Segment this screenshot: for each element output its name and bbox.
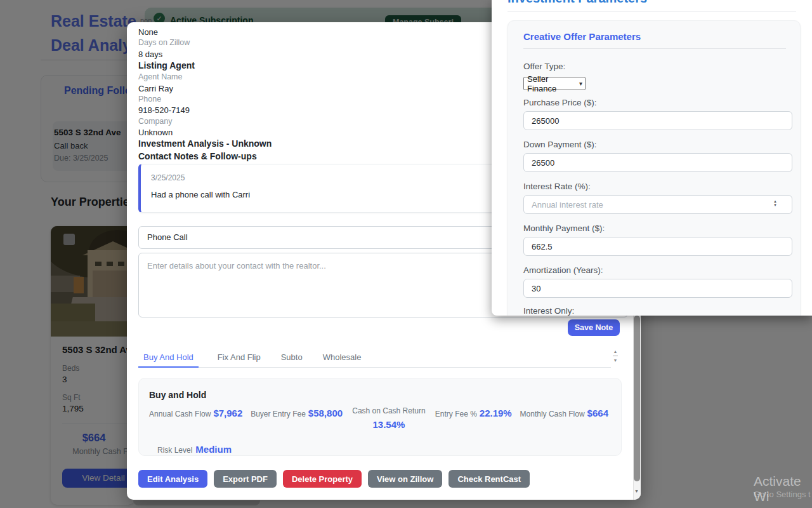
metric-label: Cash on Cash Return bbox=[352, 406, 425, 415]
purchase-price-input[interactable] bbox=[523, 111, 792, 130]
tab-subto[interactable]: Subto bbox=[280, 351, 304, 367]
risk-level-value: Medium bbox=[195, 444, 232, 455]
metric-label: Entry Fee % bbox=[435, 410, 477, 418]
save-note-button[interactable]: Save Note bbox=[568, 319, 620, 336]
modal-action-buttons: Edit Analysis Export PDF Delete Property… bbox=[138, 470, 530, 488]
interest-rate-input[interactable] bbox=[523, 195, 792, 214]
metric-buyer-entry-fee: Buyer Entry Fee$58,800 bbox=[251, 408, 343, 418]
purchase-price-label: Purchase Price ($): bbox=[523, 98, 597, 107]
card-divider bbox=[523, 48, 786, 49]
metric-entry-fee-pct: Entry Fee %22.19% bbox=[435, 408, 512, 418]
input-spinner-icon[interactable]: ▲ ▼ bbox=[773, 199, 777, 207]
offer-type-value: Seller Finance bbox=[527, 74, 579, 93]
investment-parameters-title: Investment Parameters bbox=[508, 0, 647, 6]
metric-cash-on-cash-return: Cash on Cash Return13.54% bbox=[351, 406, 427, 430]
metric-label: Annual Cash Flow bbox=[149, 410, 211, 418]
spin-down-icon[interactable]: ▼ bbox=[773, 203, 777, 207]
spinner-up-icon[interactable]: ▲ bbox=[610, 349, 620, 354]
metrics-row: Annual Cash Flow$7,962 Buyer Entry Fee$5… bbox=[149, 408, 611, 430]
offer-type-select[interactable]: Seller Finance ▾ bbox=[523, 77, 586, 90]
activate-windows-watermark-sub: Go to Settings t bbox=[754, 490, 811, 499]
metric-value: $7,962 bbox=[213, 408, 242, 418]
listing-agent-heading: Listing Agent bbox=[138, 60, 272, 72]
activate-windows-watermark: Activate Wi bbox=[754, 474, 812, 504]
down-payment-label: Down Payment ($): bbox=[523, 140, 597, 149]
offer-status-value: None bbox=[138, 27, 272, 37]
interest-rate-label: Interest Rate (%): bbox=[523, 182, 591, 191]
interest-only-label: Interest Only: bbox=[523, 306, 574, 316]
view-on-zillow-button[interactable]: View on Zillow bbox=[368, 470, 442, 488]
scrollbar-thumb[interactable] bbox=[634, 316, 640, 481]
days-on-zillow-value: 8 days bbox=[138, 49, 272, 60]
creative-offer-parameters-title: Creative Offer Parameters bbox=[523, 31, 641, 42]
phone-value: 918-520-7149 bbox=[138, 105, 272, 116]
monthly-payment-input[interactable] bbox=[523, 237, 792, 256]
metric-annual-cash-flow: Annual Cash Flow$7,962 bbox=[149, 408, 242, 418]
check-rentcast-button[interactable]: Check RentCast bbox=[449, 470, 530, 488]
metrics-card-title: Buy and Hold bbox=[149, 390, 611, 400]
monthly-payment-label: Monthly Payment ($): bbox=[523, 224, 605, 233]
number-spinner[interactable]: ▲ ▼ bbox=[610, 349, 620, 366]
panel-divider bbox=[508, 11, 796, 12]
scrollbar-down-icon[interactable]: ▼ bbox=[634, 489, 639, 493]
company-label: Company bbox=[138, 116, 272, 127]
export-pdf-button[interactable]: Export PDF bbox=[214, 470, 277, 488]
down-payment-input[interactable] bbox=[523, 153, 792, 172]
buy-and-hold-metrics-card: Buy and Hold Annual Cash Flow$7,962 Buye… bbox=[138, 378, 622, 456]
metric-label: Buyer Entry Fee bbox=[251, 410, 306, 418]
amortization-input[interactable] bbox=[523, 279, 792, 298]
creative-offer-parameters-card: Creative Offer Parameters Offer Type: Se… bbox=[508, 20, 801, 316]
tab-buy-and-hold[interactable]: Buy And Hold bbox=[138, 351, 199, 368]
metric-value: $664 bbox=[587, 408, 608, 418]
spinner-down-icon[interactable]: ▼ bbox=[610, 358, 620, 363]
company-value: Unknown bbox=[138, 127, 272, 138]
tab-fix-and-flip[interactable]: Fix And Flip bbox=[216, 351, 262, 367]
metric-value: $58,800 bbox=[308, 408, 343, 418]
edit-analysis-button[interactable]: Edit Analysis bbox=[138, 470, 207, 488]
app-screen: Real Estate Deal Analyz non ✓ Active Sub… bbox=[0, 0, 812, 508]
listing-info-section: None Days on Zillow 8 days Listing Agent… bbox=[138, 27, 272, 163]
risk-level-row: Risk LevelMedium bbox=[149, 444, 611, 455]
agent-name-label: Agent Name bbox=[138, 72, 272, 83]
metric-value: 22.19% bbox=[480, 408, 512, 418]
offer-type-label: Offer Type: bbox=[523, 62, 565, 71]
metric-monthly-cash-flow: Monthly Cash Flow$664 bbox=[520, 408, 608, 418]
agent-name-value: Carri Ray bbox=[138, 83, 272, 94]
metric-value: 13.54% bbox=[351, 419, 427, 430]
investment-parameters-panel: Investment Parameters Creative Offer Par… bbox=[492, 0, 812, 316]
metric-label: Monthly Cash Flow bbox=[520, 410, 585, 418]
spinner-divider bbox=[613, 356, 618, 356]
amortization-label: Amortization (Years): bbox=[523, 265, 603, 275]
contact-notes-heading: Contact Notes & Follow-ups bbox=[138, 150, 272, 163]
investment-analysis-heading: Investment Analysis - Unknown bbox=[138, 138, 272, 150]
strategy-tabs: Buy And Hold Fix And Flip Subto Wholesal… bbox=[138, 351, 611, 368]
phone-label: Phone bbox=[138, 94, 272, 105]
tab-wholesale[interactable]: Wholesale bbox=[322, 351, 363, 367]
days-on-zillow-label: Days on Zillow bbox=[138, 37, 272, 48]
delete-property-button[interactable]: Delete Property bbox=[283, 470, 362, 488]
select-arrow-icon: ▾ bbox=[579, 80, 582, 87]
risk-level-label: Risk Level bbox=[157, 446, 192, 455]
